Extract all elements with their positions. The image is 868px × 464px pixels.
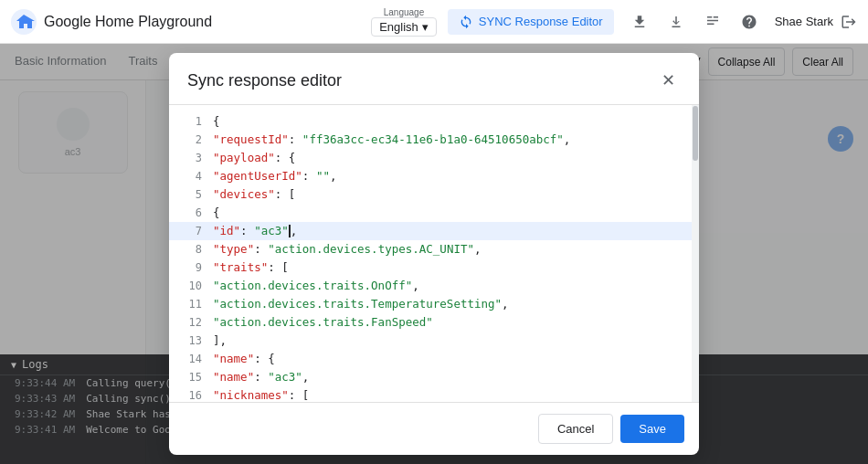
line-number: 4 [176,167,202,185]
line-content: "name": { [213,350,684,368]
code-token: "action.devices.traits.FanSpeed" [213,315,433,329]
code-line: 3"payload": { [169,149,692,167]
language-selector[interactable]: Language English ▾ [371,7,437,37]
code-token: , [330,169,337,183]
code-token: { [213,114,220,128]
app-title: Google Home Playground [44,14,212,30]
line-number: 3 [176,149,202,167]
code-token: "action.devices.types.AC_UNIT" [268,242,474,256]
line-number: 15 [176,368,202,386]
code-token: : { [254,352,275,365]
line-content: "agentUserId": "", [213,167,684,185]
line-number: 6 [176,204,202,222]
modal-title: Sync response editor [187,71,342,90]
scrollbar-thumb [693,106,698,161]
modal-footer: Cancel Save [169,402,699,455]
line-content: "action.devices.traits.OnOff", [213,277,684,295]
user-profile[interactable]: Shae Stark [775,14,857,30]
download-icon [668,14,684,30]
line-content: "name": "ac3", [213,368,684,386]
export-icon [631,14,648,30]
sync-btn-label: SYNC Response Editor [479,15,603,28]
modal-header: Sync response editor ✕ [169,53,699,105]
code-token: "requestId" [213,132,289,146]
line-content: "requestId": "ff36a3cc-ec34-11e6-b1a0-64… [213,131,684,149]
line-content: "traits": [ [213,258,684,277]
code-token: : { [275,151,296,164]
code-token: , [502,297,509,311]
code-line: 11"action.devices.traits.TemperatureSett… [169,295,692,313]
notifications-icon-btn[interactable] [698,7,727,37]
sync-response-editor-modal: Sync response editor ✕ 1{2"requestId": "… [169,53,699,455]
modal-overlay: Sync response editor ✕ 1{2"requestId": "… [0,44,868,464]
line-number: 10 [176,277,202,295]
line-number: 8 [176,240,202,258]
code-token: : [ [289,388,310,402]
code-token: : [ [275,187,296,201]
code-line: 16"nicknames": [ [169,386,692,402]
code-token: "payload" [213,151,275,164]
code-token: "action.devices.traits.TemperatureSettin… [213,297,502,311]
line-content: "id": "ac3", [213,222,684,240]
code-token: , [474,242,482,256]
code-line: 7"id": "ac3", [169,222,692,240]
code-token: , [302,370,310,384]
line-content: "payload": { [213,149,684,167]
top-nav: Google Home Playground Language English … [0,0,868,44]
code-token: "devices" [213,187,275,201]
code-line: 13], [169,332,692,350]
code-line: 6{ [169,204,692,222]
code-line: 2"requestId": "ff36a3cc-ec34-11e6-b1a0-6… [169,131,692,149]
export-icon-btn[interactable] [625,7,654,37]
line-content: "action.devices.traits.FanSpeed" [213,313,684,332]
line-number: 7 [176,222,202,240]
code-token: , [412,279,419,292]
line-number: 9 [176,258,202,277]
code-token: "traits" [213,260,268,274]
code-line: 14"name": { [169,350,692,368]
code-token: "ac3" [254,224,289,237]
code-token: { [213,206,220,219]
code-line: 8"type": "action.devices.types.AC_UNIT", [169,240,692,258]
help-icon-btn[interactable] [735,7,764,37]
language-dropdown[interactable]: English ▾ [371,17,437,37]
code-token: "id" [213,224,240,237]
code-line: 15"name": "ac3", [169,368,692,386]
code-token: , [291,224,298,237]
code-token: : [240,224,254,237]
line-number: 14 [176,350,202,368]
notifications-icon [704,14,721,30]
close-icon: ✕ [662,70,675,90]
cancel-button[interactable]: Cancel [538,414,613,444]
code-token: "action.devices.traits.OnOff" [213,279,412,292]
sync-response-editor-button[interactable]: SYNC Response Editor [448,9,614,35]
editor-scrollbar[interactable] [692,105,699,402]
line-number: 5 [176,185,202,204]
nav-logo: Google Home Playground [11,9,212,35]
code-token: "name" [213,352,254,365]
code-token: : [289,132,302,146]
code-token: : [254,370,268,384]
line-content: "action.devices.traits.TemperatureSettin… [213,295,684,313]
line-number: 1 [176,112,202,131]
code-token: : [ [268,260,289,274]
line-number: 12 [176,313,202,332]
line-content: "nicknames": [ [213,386,684,402]
code-token: "ff36a3cc-ec34-11e6-b1a0-64510650abcf" [302,132,564,146]
sync-icon [459,15,473,29]
code-line: 10"action.devices.traits.OnOff", [169,277,692,295]
modal-body: 1{2"requestId": "ff36a3cc-ec34-11e6-b1a0… [169,105,699,402]
language-label: Language [384,7,425,17]
code-token: "name" [213,370,254,384]
download-icon-btn[interactable] [662,7,691,37]
logout-icon [841,14,857,30]
code-editor[interactable]: 1{2"requestId": "ff36a3cc-ec34-11e6-b1a0… [169,105,692,402]
code-line: 4"agentUserId": "", [169,167,692,185]
modal-close-button[interactable]: ✕ [655,68,681,93]
line-number: 13 [176,332,202,350]
code-token: ], [213,333,227,347]
user-name: Shae Stark [775,15,833,28]
code-line: 12"action.devices.traits.FanSpeed" [169,313,692,332]
save-button[interactable]: Save [620,415,684,443]
code-token: : [254,242,268,256]
